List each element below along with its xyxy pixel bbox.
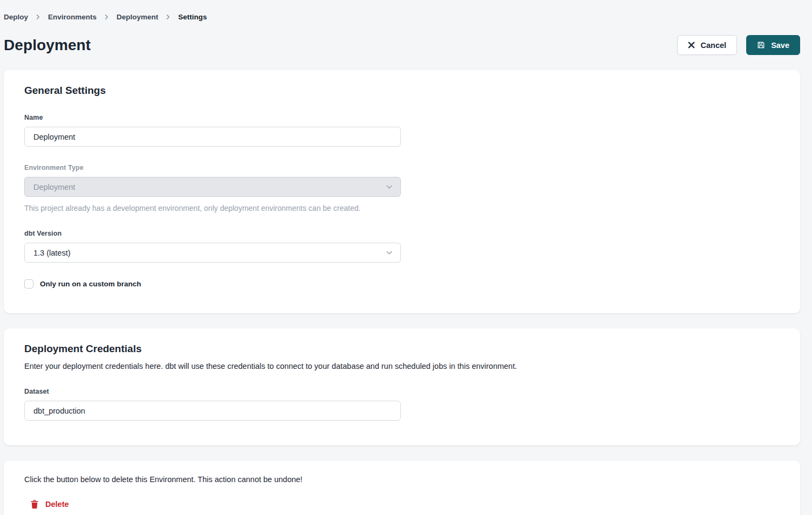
delete-environment-card: Click the button below to delete this En…	[4, 461, 800, 515]
save-button[interactable]: Save	[746, 35, 800, 55]
breadcrumb-environments[interactable]: Environments	[48, 13, 97, 21]
name-field-group: Name	[24, 114, 401, 147]
chevron-right-icon	[35, 14, 41, 20]
environment-type-field-group: Environment Type Deployment This project…	[24, 164, 401, 212]
custom-branch-checkbox[interactable]	[24, 279, 33, 289]
delete-button[interactable]: Delete	[31, 500, 69, 509]
name-input[interactable]	[24, 127, 401, 147]
custom-branch-label: Only run on a custom branch	[40, 280, 141, 288]
deployment-credentials-card: Deployment Credentials Enter your deploy…	[4, 328, 800, 445]
general-settings-card: General Settings Name Environment Type D…	[4, 70, 800, 313]
dbt-version-field-group: dbt Version 1.3 (latest)	[24, 230, 401, 263]
deployment-credentials-description: Enter your deployment credentials here. …	[24, 362, 780, 370]
custom-branch-checkbox-row[interactable]: Only run on a custom branch	[24, 279, 780, 289]
dbt-version-value: 1.3 (latest)	[33, 249, 71, 257]
header-actions: Cancel Save	[677, 35, 800, 55]
breadcrumb-settings: Settings	[178, 13, 207, 21]
page-header: Deployment Cancel Save	[4, 35, 800, 55]
general-settings-heading: General Settings	[24, 85, 780, 97]
name-label: Name	[24, 114, 401, 121]
environment-type-help-text: This project already has a development e…	[24, 204, 401, 212]
page: Deploy Environments Deployment Settings …	[0, 0, 812, 515]
trash-icon	[31, 500, 38, 509]
environment-type-select: Deployment	[24, 177, 401, 197]
x-icon	[688, 42, 695, 49]
environment-type-value: Deployment	[33, 183, 75, 191]
dataset-field-group: Dataset	[24, 388, 401, 421]
save-icon	[757, 41, 765, 49]
deployment-credentials-heading: Deployment Credentials	[24, 343, 780, 355]
chevron-down-icon	[385, 249, 393, 257]
breadcrumb-deployment[interactable]: Deployment	[117, 13, 158, 21]
breadcrumb-deploy[interactable]: Deploy	[4, 13, 28, 21]
chevron-down-icon	[385, 183, 393, 191]
chevron-right-icon	[165, 14, 171, 20]
environment-type-label: Environment Type	[24, 164, 401, 171]
dbt-version-label: dbt Version	[24, 230, 401, 237]
save-button-label: Save	[771, 41, 789, 50]
delete-button-label: Delete	[45, 500, 69, 509]
chevron-right-icon	[104, 14, 110, 20]
breadcrumb: Deploy Environments Deployment Settings	[4, 13, 800, 21]
page-title: Deployment	[4, 37, 91, 54]
delete-warning-text: Click the button below to delete this En…	[24, 475, 780, 484]
dataset-label: Dataset	[24, 388, 401, 395]
cancel-button-label: Cancel	[701, 41, 727, 50]
dataset-input[interactable]	[24, 401, 401, 421]
cancel-button[interactable]: Cancel	[677, 35, 738, 55]
dbt-version-select[interactable]: 1.3 (latest)	[24, 243, 401, 263]
